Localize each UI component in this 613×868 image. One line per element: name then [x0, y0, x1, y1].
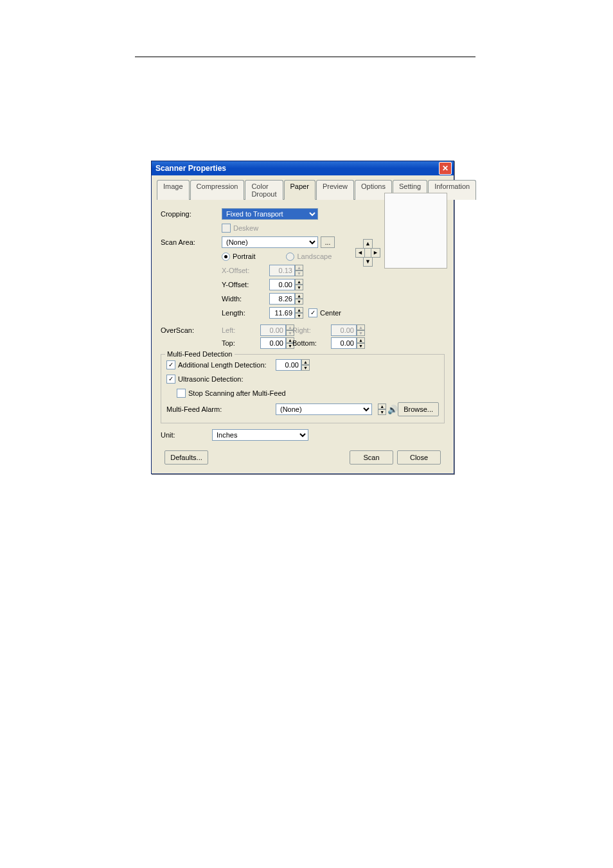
- overscan-left-input: [260, 324, 286, 336]
- spin-down-icon: ▼: [295, 270, 303, 276]
- preview-thumbnail: [384, 193, 447, 269]
- yoffset-stepper[interactable]: ▲▼: [269, 279, 303, 290]
- overscan-top-label: Top:: [222, 339, 260, 347]
- overscan-top-input[interactable]: [260, 337, 286, 349]
- cropping-select[interactable]: Fixed to Transport: [222, 208, 318, 220]
- scanarea-select[interactable]: (None): [222, 236, 318, 248]
- pan-left-icon[interactable]: ◄: [355, 248, 365, 258]
- unit-label: Unit:: [161, 431, 212, 439]
- scanarea-ellipsis-button[interactable]: ...: [321, 236, 335, 248]
- additional-length-label: Additional Length Detection:: [178, 361, 267, 369]
- horizontal-rule: [135, 57, 475, 57]
- pan-right-icon[interactable]: ►: [371, 248, 380, 258]
- width-stepper[interactable]: ▲▼: [269, 293, 303, 305]
- ultrasonic-checkbox[interactable]: ✓: [166, 375, 175, 384]
- spin-down-icon[interactable]: ▼: [295, 299, 303, 305]
- overscan-right-label: Right:: [292, 326, 331, 334]
- spin-down-icon[interactable]: ▼: [295, 313, 303, 319]
- browse-button[interactable]: Browse...: [398, 402, 439, 416]
- stop-after-mf-label: Stop Scanning after Multi-Feed: [188, 389, 286, 397]
- spin-up-icon[interactable]: ▲: [357, 337, 365, 343]
- center-label: Center: [320, 309, 341, 317]
- additional-length-checkbox[interactable]: ✓: [166, 360, 175, 369]
- spin-up-icon[interactable]: ▲: [301, 359, 310, 365]
- length-stepper[interactable]: ▲▼: [269, 307, 303, 319]
- overscan-left-label: Left:: [222, 326, 260, 334]
- xoffset-label: X-Offset:: [222, 267, 267, 274]
- overscan-bottom-label: Bottom:: [292, 339, 331, 347]
- speaker-icon[interactable]: 🔊: [387, 404, 398, 414]
- spin-up-icon[interactable]: ▲: [295, 279, 303, 285]
- deskew-checkbox: [222, 224, 231, 233]
- tab-compression[interactable]: Compression: [190, 180, 245, 200]
- scanarea-label: Scan Area:: [161, 238, 222, 246]
- scan-button[interactable]: Scan: [350, 450, 393, 465]
- yoffset-input[interactable]: [269, 279, 295, 290]
- spin-up-icon: ▲: [295, 265, 303, 270]
- overscan-label: OverScan:: [161, 326, 222, 334]
- xoffset-input: [269, 265, 295, 276]
- center-checkbox[interactable]: ✓: [308, 308, 317, 317]
- multifeed-group: Multi-Feed Detection ✓ Additional Length…: [161, 354, 445, 423]
- width-input[interactable]: [269, 293, 295, 305]
- stop-after-mf-checkbox[interactable]: [177, 389, 186, 398]
- close-icon[interactable]: ✕: [439, 162, 452, 175]
- overscan-bottom-stepper[interactable]: ▲▼: [331, 337, 365, 349]
- cropping-label: Cropping:: [161, 210, 222, 218]
- length-label: Length:: [222, 309, 267, 317]
- defaults-button[interactable]: Defaults...: [164, 450, 208, 465]
- overscan-bottom-input[interactable]: [331, 337, 357, 349]
- landscape-radio: [286, 252, 294, 261]
- preview-pan-arrows: ▲ ◄ ► ▼: [355, 239, 380, 260]
- spin-down-icon[interactable]: ▼: [357, 343, 365, 349]
- overscan-left-stepper: ▲▼: [260, 324, 294, 336]
- titlebar[interactable]: Scanner Properties ✕: [152, 161, 454, 175]
- mf-alarm-select[interactable]: (None): [276, 403, 372, 415]
- spin-down-icon[interactable]: ▼: [378, 409, 386, 415]
- multifeed-legend: Multi-Feed Detection: [165, 350, 235, 358]
- pan-down-icon[interactable]: ▼: [363, 257, 373, 267]
- overscan-right-input: [331, 324, 357, 336]
- landscape-label: Landscape: [297, 252, 332, 260]
- spin-up-icon[interactable]: ▲: [295, 293, 303, 299]
- deskew-label: Deskew: [233, 224, 258, 232]
- width-label: Width:: [222, 295, 267, 303]
- tab-paper[interactable]: Paper: [284, 180, 315, 200]
- spin-up-icon[interactable]: ▲: [295, 307, 303, 313]
- spin-down-icon[interactable]: ▼: [295, 285, 303, 290]
- window-title: Scanner Properties: [155, 164, 226, 173]
- spin-up-icon: ▲: [357, 324, 365, 330]
- unit-select[interactable]: Inches: [212, 429, 308, 441]
- overscan-top-stepper[interactable]: ▲▼: [260, 337, 294, 349]
- tab-image[interactable]: Image: [157, 180, 190, 200]
- overscan-right-stepper: ▲▼: [331, 324, 365, 336]
- pan-up-icon[interactable]: ▲: [363, 239, 373, 249]
- close-button[interactable]: Close: [397, 450, 441, 465]
- additional-length-stepper[interactable]: ▲▼: [276, 359, 310, 371]
- xoffset-stepper: ▲▼: [269, 265, 303, 276]
- yoffset-label: Y-Offset:: [222, 281, 267, 288]
- spin-down-icon: ▼: [357, 330, 365, 336]
- portrait-radio[interactable]: [222, 252, 230, 261]
- ultrasonic-label: Ultrasonic Detection:: [178, 375, 244, 383]
- tab-preview[interactable]: Preview: [316, 180, 354, 200]
- mf-alarm-label: Multi-Feed Alarm:: [166, 405, 276, 413]
- spin-down-icon[interactable]: ▼: [301, 365, 310, 371]
- portrait-label: Portrait: [233, 252, 255, 260]
- spin-up-icon[interactable]: ▲: [378, 403, 386, 409]
- additional-length-input[interactable]: [276, 359, 301, 371]
- tab-color-dropout[interactable]: Color Dropout: [245, 180, 283, 200]
- length-input[interactable]: [269, 307, 295, 319]
